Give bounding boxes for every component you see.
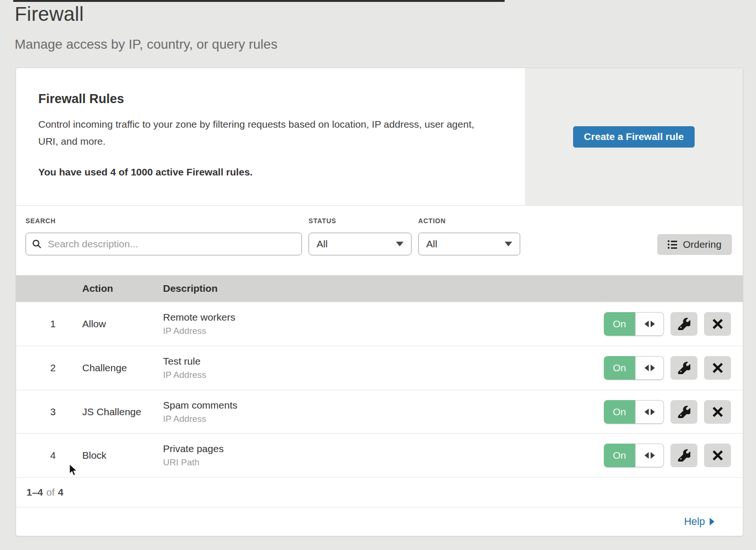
close-icon	[712, 450, 723, 461]
pagination-range: 1–4	[26, 487, 43, 498]
toggle-drag-handle[interactable]	[635, 444, 664, 467]
toggle-drag-handle[interactable]	[635, 400, 664, 424]
arrow-right-icon	[651, 321, 655, 327]
rule-controls: On	[604, 312, 743, 336]
pagination-total: 4	[58, 487, 64, 498]
rule-description: Test rule	[163, 356, 604, 367]
rule-enabled-toggle[interactable]: On	[604, 400, 664, 424]
help-link[interactable]: Help	[684, 516, 714, 528]
create-rule-panel: Create a Firewall rule	[525, 68, 743, 205]
rule-priority: 2	[16, 362, 79, 374]
toggle-on-state[interactable]: On	[604, 312, 635, 336]
delete-rule-button[interactable]	[704, 356, 731, 380]
arrow-right-icon	[651, 452, 655, 459]
rule-match-type: IP Address	[163, 326, 604, 336]
ordering-button[interactable]: Ordering	[657, 234, 732, 255]
toggle-on-state[interactable]: On	[604, 356, 635, 380]
pagination: 1–4 of 4	[16, 477, 743, 507]
card-footer: Help	[16, 507, 743, 536]
filter-bar: SEARCH STATUS All ACTION All	[16, 206, 743, 275]
rule-description-cell: Remote workers IP Address	[163, 312, 604, 336]
rule-action: JS Challenge	[79, 406, 163, 418]
rule-description: Spam comments	[163, 400, 604, 411]
edit-rule-button[interactable]	[670, 312, 697, 336]
rule-description: Private pages	[163, 443, 604, 454]
chevron-right-icon	[710, 518, 714, 525]
action-field: ACTION All	[418, 217, 520, 255]
action-select[interactable]: All	[418, 233, 520, 255]
rule-match-type: IP Address	[163, 414, 604, 424]
rule-action: Challenge	[79, 362, 163, 374]
rule-controls: On	[604, 400, 743, 424]
delete-rule-button[interactable]	[704, 312, 731, 336]
description-column-header: Description	[163, 283, 743, 294]
close-icon	[712, 406, 723, 418]
table-row: 4 Block Private pages URI Path On	[16, 433, 743, 477]
chevron-down-icon	[505, 242, 512, 246]
close-icon	[712, 362, 723, 374]
wrench-icon	[678, 362, 690, 374]
toggle-on-state[interactable]: On	[604, 400, 635, 424]
help-link-label: Help	[684, 516, 705, 528]
toggle-drag-handle[interactable]	[635, 312, 664, 336]
status-field: STATUS All	[309, 217, 412, 255]
arrow-right-icon	[651, 365, 655, 371]
wrench-icon	[678, 318, 690, 330]
chevron-down-icon	[396, 242, 404, 246]
action-label: ACTION	[418, 217, 520, 225]
action-column-header: Action	[79, 283, 163, 294]
arrow-left-icon	[644, 365, 649, 371]
rule-enabled-toggle[interactable]: On	[604, 444, 664, 467]
firewall-rules-card: Firewall Rules Control incoming traffic …	[16, 68, 743, 536]
status-label: STATUS	[309, 217, 412, 225]
delete-rule-button[interactable]	[704, 400, 731, 424]
close-icon	[712, 318, 723, 330]
wrench-icon	[678, 449, 690, 462]
ordering-button-label: Ordering	[683, 239, 722, 250]
delete-rule-button[interactable]	[704, 444, 731, 467]
rule-match-type: IP Address	[163, 370, 604, 380]
toggle-drag-handle[interactable]	[635, 356, 664, 380]
rule-priority: 1	[16, 318, 79, 330]
arrow-left-icon	[644, 321, 649, 327]
rule-match-type: URI Path	[163, 457, 604, 468]
rule-priority: 3	[16, 406, 79, 418]
screenshot-edge-artifact	[13, 0, 505, 2]
rule-description-cell: Test rule IP Address	[163, 356, 604, 380]
rule-enabled-toggle[interactable]: On	[604, 312, 664, 336]
rule-enabled-toggle[interactable]: On	[604, 356, 664, 380]
rule-description: Remote workers	[163, 312, 604, 323]
wrench-icon	[678, 406, 690, 418]
page-subtitle: Manage access by IP, country, or query r…	[15, 37, 277, 52]
search-input[interactable]	[26, 233, 302, 255]
action-selected-value: All	[426, 238, 437, 250]
rule-priority: 4	[16, 450, 79, 461]
search-icon	[32, 239, 42, 249]
rule-description-cell: Spam comments IP Address	[163, 400, 604, 424]
rule-description-cell: Private pages URI Path	[163, 443, 604, 468]
table-header: Action Description	[16, 275, 743, 302]
status-select[interactable]: All	[309, 233, 412, 255]
ordered-list-icon	[668, 240, 677, 249]
create-firewall-rule-button[interactable]: Create a Firewall rule	[573, 126, 695, 148]
rule-action: Allow	[79, 318, 163, 330]
edit-rule-button[interactable]	[670, 400, 697, 424]
arrow-right-icon	[651, 409, 655, 415]
arrow-left-icon	[644, 409, 649, 415]
toggle-on-state[interactable]: On	[604, 444, 635, 467]
page-title: Firewall	[15, 3, 84, 26]
section-heading: Firewall Rules	[38, 92, 506, 106]
intro-section: Firewall Rules Control incoming traffic …	[16, 68, 743, 206]
search-field: SEARCH	[26, 217, 302, 255]
status-selected-value: All	[317, 238, 327, 250]
intro-text-block: Firewall Rules Control incoming traffic …	[16, 68, 525, 205]
edit-rule-button[interactable]	[670, 356, 697, 380]
edit-rule-button[interactable]	[670, 444, 697, 467]
arrow-left-icon	[644, 452, 649, 459]
usage-summary: You have used 4 of 1000 active Firewall …	[38, 166, 506, 178]
section-description: Control incoming traffic to your zone by…	[38, 116, 487, 150]
pagination-of: of	[46, 487, 55, 498]
rule-controls: On	[604, 356, 743, 380]
table-row: 3 JS Challenge Spam comments IP Address …	[16, 390, 743, 434]
rule-controls: On	[604, 444, 743, 467]
